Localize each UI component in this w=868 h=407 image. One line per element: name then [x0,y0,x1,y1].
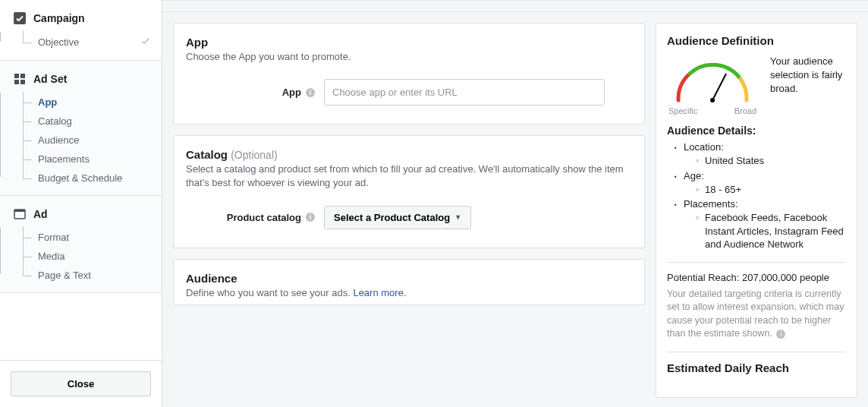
nav-header-ad[interactable]: Ad [0,204,162,225]
sidebar-item-budget[interactable]: Budget & Schedule [23,169,162,188]
app-input[interactable] [324,79,605,106]
sidebar-item-objective[interactable]: Objective [23,32,162,52]
svg-rect-0 [14,12,26,24]
learn-more-link[interactable]: Learn more [353,287,403,298]
nav-header-adset[interactable]: Ad Set [0,68,162,90]
panel-subtitle: Select a catalog and product set from wh… [186,162,632,190]
nav-header-campaign[interactable]: Campaign [0,8,162,29]
panel-app: App Choose the App you want to promote. … [173,23,645,125]
svg-point-8 [710,98,715,103]
daily-reach-title: Estimated Daily Reach [667,361,846,374]
svg-rect-2 [20,74,25,78]
svg-rect-4 [20,80,25,84]
svg-rect-6 [14,210,25,212]
info-icon[interactable]: i [776,330,785,339]
nav-section-adset: Ad Set App Catalog Audience Placements B… [0,61,162,196]
info-icon[interactable]: i [306,213,315,222]
panel-audience: Audience Define who you want to see your… [173,259,645,305]
svg-line-7 [712,74,726,100]
check-icon [140,36,151,49]
sidebar-item-placements[interactable]: Placements [23,150,162,169]
sidebar-item-media[interactable]: Media [23,247,162,266]
panel-title: App [186,36,632,49]
grid-icon [14,73,26,85]
field-label-catalog: Product catalog i [186,212,315,223]
ad-icon [14,208,26,220]
sidebar-item-catalog[interactable]: Catalog [23,112,162,131]
caret-down-icon: ▼ [454,213,461,221]
nav-section-campaign: Campaign Objective [0,0,162,61]
potential-reach: Potential Reach: 207,000,000 people [667,272,846,283]
audience-definition-box: Audience Definition Specific [656,23,857,398]
nav-title: Campaign [33,12,85,24]
close-button[interactable]: Close [11,371,151,396]
right-title: Audience Definition [667,34,846,47]
main: App Choose the App you want to promote. … [162,0,868,407]
checkbox-checked-icon [14,12,26,24]
sidebar: Campaign Objective Ad Set App C [0,0,162,407]
audience-gauge: Specific Broad [667,55,758,115]
product-catalog-select[interactable]: Select a Product Catalog ▼ [324,206,471,229]
svg-rect-3 [14,80,19,84]
panel-catalog: Catalog (Optional) Select a catalog and … [173,135,645,248]
details-heading: Audience Details: [667,125,846,137]
field-label-app: App i [186,87,315,98]
info-icon[interactable]: i [306,88,315,97]
audience-details-list: Location: United States Age: 18 - 65+ Pl… [667,141,846,251]
sidebar-item-format[interactable]: Format [23,228,162,247]
svg-rect-1 [14,74,19,78]
gauge-message: Your audience selection is fairly broad. [770,55,846,96]
nav-title: Ad Set [33,73,67,85]
panel-subtitle: Choose the App you want to promote. [186,50,632,64]
nav-section-ad: Ad Format Media Page & Text [0,196,162,293]
nav-title: Ad [33,208,48,220]
sidebar-item-audience[interactable]: Audience [23,131,162,150]
reach-note: Your detailed targeting criteria is curr… [667,288,846,341]
gauge-label-right: Broad [734,106,756,115]
panel-subtitle: Define who you want to see your ads. Lea… [186,286,632,300]
panel-title: Catalog (Optional) [186,148,632,161]
sidebar-item-pagetext[interactable]: Page & Text [23,266,162,285]
panel-title: Audience [186,272,632,285]
sidebar-item-app[interactable]: App [23,93,162,112]
gauge-label-left: Specific [668,106,698,115]
